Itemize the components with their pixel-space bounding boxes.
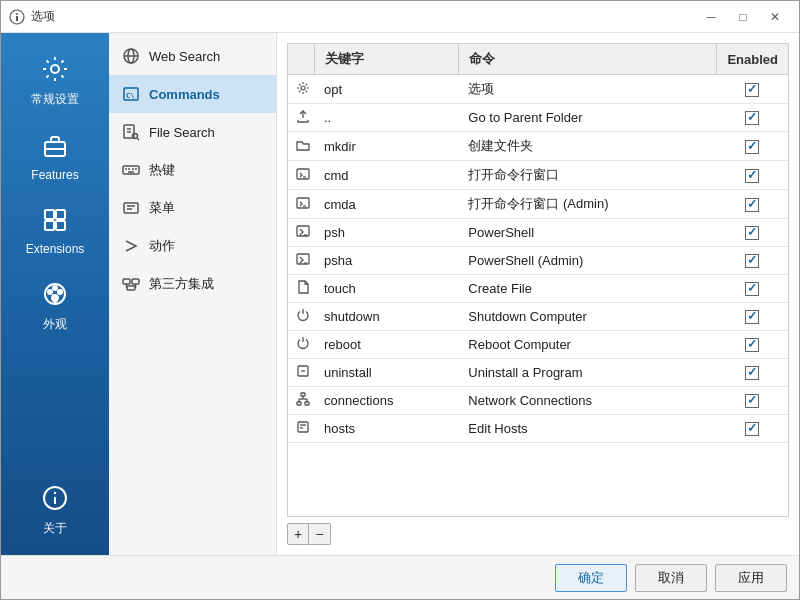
nav-item-commands[interactable]: C\ Commands bbox=[109, 75, 276, 113]
row-enabled[interactable] bbox=[717, 359, 788, 387]
row-enabled[interactable] bbox=[717, 104, 788, 132]
col-enabled-header: Enabled bbox=[717, 44, 788, 75]
titlebar-title: 选项 bbox=[31, 8, 55, 25]
row-keyword: cmda bbox=[314, 190, 458, 219]
nav-item-filesearch[interactable]: File Search bbox=[109, 113, 276, 151]
row-enabled[interactable] bbox=[717, 247, 788, 275]
enabled-checkbox[interactable] bbox=[745, 310, 759, 324]
row-keyword: connections bbox=[314, 387, 458, 415]
col-icon-header bbox=[288, 44, 314, 75]
row-command: Network Connections bbox=[458, 387, 717, 415]
enabled-checkbox[interactable] bbox=[745, 83, 759, 97]
sidebar-item-features[interactable]: Features bbox=[1, 118, 109, 192]
row-icon bbox=[288, 190, 314, 219]
enabled-checkbox[interactable] bbox=[745, 254, 759, 268]
nav-item-websearch[interactable]: Web Search bbox=[109, 37, 276, 75]
row-command: PowerShell (Admin) bbox=[458, 247, 717, 275]
row-keyword: mkdir bbox=[314, 132, 458, 161]
table-row[interactable]: hostsEdit Hosts bbox=[288, 415, 788, 443]
table-row[interactable]: mkdir创建文件夹 bbox=[288, 132, 788, 161]
row-enabled[interactable] bbox=[717, 190, 788, 219]
row-enabled[interactable] bbox=[717, 161, 788, 190]
row-enabled[interactable] bbox=[717, 132, 788, 161]
col-keyword-header: 关键字 bbox=[314, 44, 458, 75]
bottom-bar: 确定 取消 应用 bbox=[1, 555, 799, 599]
table-footer: + − bbox=[287, 523, 789, 545]
sidebar-label-about: 关于 bbox=[43, 520, 67, 537]
svg-rect-54 bbox=[305, 402, 309, 405]
sidebar-label-appearance: 外观 bbox=[43, 316, 67, 333]
row-enabled[interactable] bbox=[717, 387, 788, 415]
row-keyword: cmd bbox=[314, 161, 458, 190]
row-command: 创建文件夹 bbox=[458, 132, 717, 161]
table-row[interactable]: touchCreate File bbox=[288, 275, 788, 303]
nav-item-thirdparty[interactable]: 第三方集成 bbox=[109, 265, 276, 303]
row-command: Shutdown Computer bbox=[458, 303, 717, 331]
table-row[interactable]: cmd打开命令行窗口 bbox=[288, 161, 788, 190]
enabled-checkbox[interactable] bbox=[745, 140, 759, 154]
row-command: 选项 bbox=[458, 75, 717, 104]
enabled-checkbox[interactable] bbox=[745, 394, 759, 408]
row-enabled[interactable] bbox=[717, 219, 788, 247]
enabled-checkbox[interactable] bbox=[745, 226, 759, 240]
nav-item-menu[interactable]: 菜单 bbox=[109, 189, 276, 227]
apply-button[interactable]: 应用 bbox=[715, 564, 787, 592]
remove-row-button[interactable]: − bbox=[309, 523, 331, 545]
svg-point-3 bbox=[51, 65, 59, 73]
row-icon bbox=[288, 275, 314, 303]
cancel-button[interactable]: 取消 bbox=[635, 564, 707, 592]
sidebar-item-appearance[interactable]: 外观 bbox=[1, 266, 109, 343]
sidebar-label-extensions: Extensions bbox=[26, 242, 85, 256]
minimize-button[interactable]: ─ bbox=[695, 3, 727, 31]
row-icon bbox=[288, 247, 314, 275]
sidebar-item-extensions[interactable]: Extensions bbox=[1, 192, 109, 266]
table-row[interactable]: ..Go to Parent Folder bbox=[288, 104, 788, 132]
enabled-checkbox[interactable] bbox=[745, 282, 759, 296]
enabled-checkbox[interactable] bbox=[745, 366, 759, 380]
ok-button[interactable]: 确定 bbox=[555, 564, 627, 592]
svg-rect-52 bbox=[301, 393, 305, 396]
svg-rect-33 bbox=[124, 203, 138, 213]
table-row[interactable]: shutdownShutdown Computer bbox=[288, 303, 788, 331]
nav-label-filesearch: File Search bbox=[149, 125, 215, 140]
gear-icon bbox=[37, 51, 73, 87]
row-enabled[interactable] bbox=[717, 415, 788, 443]
row-enabled[interactable] bbox=[717, 275, 788, 303]
enabled-checkbox[interactable] bbox=[745, 169, 759, 183]
row-icon bbox=[288, 75, 314, 104]
nav-panel: Web Search C\ Commands bbox=[109, 33, 277, 555]
enabled-checkbox[interactable] bbox=[745, 111, 759, 125]
row-command: Uninstall a Program bbox=[458, 359, 717, 387]
enabled-checkbox[interactable] bbox=[745, 422, 759, 436]
table-row[interactable]: pshPowerShell bbox=[288, 219, 788, 247]
title-icon bbox=[9, 9, 25, 25]
sidebar-item-about[interactable]: 关于 bbox=[1, 470, 109, 547]
nav-label-menu: 菜单 bbox=[149, 199, 175, 217]
table-row[interactable]: connectionsNetwork Connections bbox=[288, 387, 788, 415]
table-row[interactable]: uninstallUninstall a Program bbox=[288, 359, 788, 387]
enabled-checkbox[interactable] bbox=[745, 198, 759, 212]
svg-rect-7 bbox=[56, 210, 65, 219]
sidebar-item-general[interactable]: 常规设置 bbox=[1, 41, 109, 118]
svg-rect-46 bbox=[297, 226, 309, 236]
row-command: Create File bbox=[458, 275, 717, 303]
titlebar-controls: ─ □ ✕ bbox=[695, 3, 791, 31]
svg-point-11 bbox=[48, 290, 52, 294]
nav-item-actions[interactable]: 动作 bbox=[109, 227, 276, 265]
row-enabled[interactable] bbox=[717, 75, 788, 104]
add-row-button[interactable]: + bbox=[287, 523, 309, 545]
table-row[interactable]: pshaPowerShell (Admin) bbox=[288, 247, 788, 275]
svg-rect-27 bbox=[123, 166, 139, 174]
row-enabled[interactable] bbox=[717, 303, 788, 331]
table-row[interactable]: cmda打开命令行窗口 (Admin) bbox=[288, 190, 788, 219]
table-row[interactable]: rebootReboot Computer bbox=[288, 331, 788, 359]
row-enabled[interactable] bbox=[717, 331, 788, 359]
commands-table: 关键字 命令 Enabled opt选项..Go to Parent Folde… bbox=[288, 44, 788, 443]
enabled-checkbox[interactable] bbox=[745, 338, 759, 352]
palette-icon bbox=[37, 276, 73, 312]
table-row[interactable]: opt选项 bbox=[288, 75, 788, 104]
nav-item-hotkeys[interactable]: 热键 bbox=[109, 151, 276, 189]
maximize-button[interactable]: □ bbox=[727, 3, 759, 31]
close-button[interactable]: ✕ bbox=[759, 3, 791, 31]
svg-rect-36 bbox=[123, 279, 130, 284]
